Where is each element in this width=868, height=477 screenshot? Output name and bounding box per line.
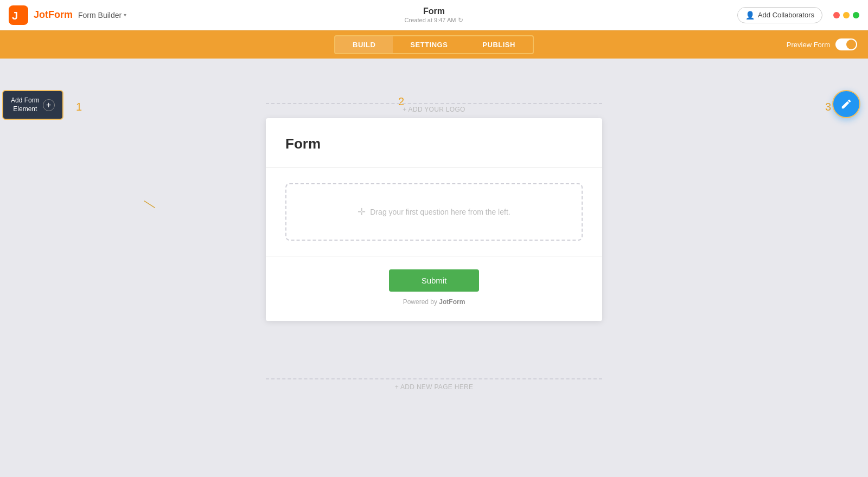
fab-edit-button[interactable]	[832, 90, 860, 118]
form-card-footer: Submit Powered by JotForm	[266, 256, 602, 321]
add-new-page-label[interactable]: + ADD NEW PAGE HERE	[395, 383, 474, 391]
jotform-wordmark: JotForm	[34, 9, 73, 21]
add-logo-area: + ADD YOUR LOGO	[266, 103, 602, 114]
tab-settings[interactable]: SETTINGS	[393, 36, 465, 53]
submit-button[interactable]: Submit	[389, 269, 480, 292]
form-title: Form	[405, 7, 464, 16]
minimize-window-icon[interactable]	[843, 12, 850, 18]
form-card-title: Form	[285, 136, 583, 152]
powered-by: Powered by JotForm	[285, 298, 583, 306]
form-builder-label-text: Form Builder	[78, 11, 122, 20]
form-builder-dropdown[interactable]: Form Builder ▾	[78, 11, 126, 20]
add-collaborators-label: Add Collaborators	[758, 11, 814, 19]
arrow-hint-icon: ╲	[144, 198, 155, 211]
form-card-header: Form	[266, 118, 602, 168]
add-collaborators-button[interactable]: 👤 Add Collaborators	[737, 7, 822, 23]
preview-form-area: Preview Form	[787, 38, 857, 50]
tab-group: BUILD SETTINGS PUBLISH	[334, 35, 534, 54]
jotform-logo-icon: J	[9, 5, 28, 25]
add-form-element-button[interactable]: Add FormElement +	[2, 90, 63, 120]
top-nav: J JotForm Form Builder ▾ Form Created at…	[0, 0, 868, 30]
preview-form-toggle[interactable]	[835, 38, 857, 50]
form-created-time: Created at 9:47 AM ↻	[405, 16, 464, 24]
orange-toolbar: BUILD SETTINGS PUBLISH Preview Form	[0, 30, 868, 59]
add-new-page-area: + ADD NEW PAGE HERE	[266, 378, 602, 391]
drop-zone-label: Drag your first question here from the l…	[370, 208, 510, 216]
move-cursor-icon: ✛	[358, 206, 366, 218]
refresh-icon[interactable]: ↻	[458, 16, 463, 24]
logo-area: J JotForm Form Builder ▾	[9, 5, 126, 25]
maximize-window-icon[interactable]	[853, 12, 859, 18]
chevron-down-icon: ▾	[124, 12, 126, 18]
plus-icon: +	[43, 99, 55, 111]
collaborators-person-icon: 👤	[745, 11, 755, 20]
jotform-brand-link[interactable]: JotForm	[439, 298, 465, 306]
center-title-area: Form Created at 9:47 AM ↻	[405, 7, 464, 24]
form-card: Form ✛ Drag your first question here fro…	[266, 118, 602, 321]
window-controls	[833, 12, 859, 18]
drop-zone[interactable]: ✛ Drag your first question here from the…	[285, 183, 583, 241]
canvas-area: 1 2 3 Add FormElement + + ADD YOUR LOGO …	[0, 59, 868, 477]
step-1-number: 1	[76, 101, 82, 113]
tab-build[interactable]: BUILD	[335, 36, 393, 53]
close-window-icon[interactable]	[833, 12, 840, 18]
created-at-label: Created at 9:47 AM	[405, 17, 456, 23]
add-form-element-label: Add FormElement	[11, 96, 40, 113]
form-card-body: ✛ Drag your first question here from the…	[266, 168, 602, 256]
preview-form-label: Preview Form	[787, 41, 830, 49]
step-3-number: 3	[825, 101, 831, 113]
tab-publish[interactable]: PUBLISH	[465, 36, 533, 53]
edit-icon	[840, 98, 852, 110]
nav-right: 👤 Add Collaborators	[737, 7, 859, 23]
add-logo-label[interactable]: + ADD YOUR LOGO	[398, 106, 469, 113]
svg-text:J: J	[12, 10, 18, 22]
